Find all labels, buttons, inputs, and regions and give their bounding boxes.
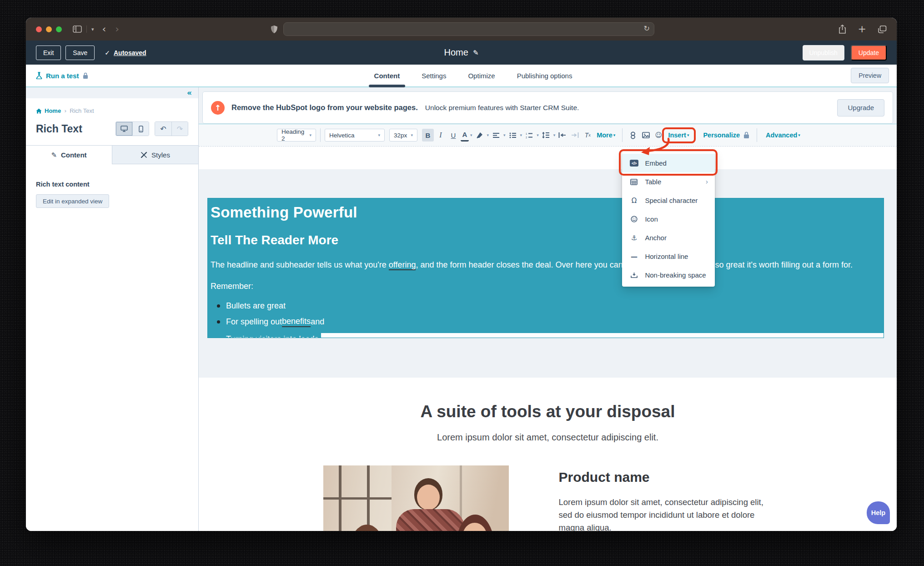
tab-optimize[interactable]: Optimize <box>468 65 495 86</box>
horizontal-line-icon: — <box>629 253 639 261</box>
module-paragraph[interactable]: The headline and subheader tells us what… <box>211 260 884 270</box>
undo-redo-group: ↶ ↷ <box>155 121 188 136</box>
left-sidebar: « Home › Rich Text Rich Text <box>26 87 199 531</box>
product-description[interactable]: Lorem ipsum dolor sit amet, consectetur … <box>559 496 773 531</box>
section-title[interactable]: A suite of tools at your disposal <box>199 402 897 421</box>
insert-dropdown[interactable]: Insert ▾ </> Embed <box>668 131 689 139</box>
module-heading[interactable]: Something Powerful <box>211 204 884 221</box>
tab-settings[interactable]: Settings <box>422 65 446 86</box>
address-bar[interactable]: ↻ <box>283 22 654 36</box>
new-tab-icon[interactable]: + <box>858 24 866 34</box>
line-spacing-icon <box>540 129 552 142</box>
menu-item-special-character[interactable]: Ω Special character <box>622 191 715 210</box>
section-subtitle[interactable]: Lorem ipsum dolor sit amet, consectetur … <box>199 432 897 443</box>
bullet-item[interactable]: For spelling out benefits and <box>211 317 884 327</box>
menu-item-horizontal-line[interactable]: — Horizontal line <box>622 247 715 266</box>
editor-main: ↑ Remove the HubSpot logo from your webs… <box>199 87 897 531</box>
preview-button[interactable]: Preview <box>851 68 889 83</box>
insert-button[interactable]: Insert ▾ <box>668 131 689 139</box>
edit-title-icon[interactable]: ✎ <box>473 49 479 57</box>
redo-button[interactable]: ↷ <box>171 122 188 136</box>
tab-overview-icon[interactable] <box>878 25 887 33</box>
menu-item-table-label: Table <box>645 178 661 186</box>
menu-item-icon[interactable]: Icon <box>622 210 715 228</box>
bold-button[interactable]: B <box>422 129 434 142</box>
mobile-view-button[interactable] <box>132 122 149 136</box>
back-icon[interactable]: ‹ <box>102 24 106 34</box>
bullet-text: Bullets are great <box>226 301 286 311</box>
emoji-icon[interactable]: ☺ <box>653 129 664 142</box>
bullet-item[interactable]: Bullets are great <box>211 301 884 311</box>
indent-button[interactable] <box>569 129 581 142</box>
page-preview-section: A suite of tools at your disposal Lorem … <box>199 378 897 531</box>
undo-button[interactable]: ↶ <box>155 122 171 136</box>
breadcrumb-home-link[interactable]: Home <box>36 107 61 114</box>
menu-item-non-breaking-space[interactable]: Non-breaking space <box>622 266 715 284</box>
upgrade-button[interactable]: Upgrade <box>837 99 884 116</box>
zoom-window-button[interactable] <box>56 26 62 32</box>
desktop-view-button[interactable] <box>116 122 132 136</box>
save-button[interactable]: Save <box>65 45 95 60</box>
product-name[interactable]: Product name <box>559 470 773 485</box>
tab-publishing-options[interactable]: Publishing options <box>517 65 572 86</box>
font-family-select[interactable]: Helvetica▾ <box>325 129 385 142</box>
outdent-button[interactable] <box>556 129 568 142</box>
sidebar-tab-content[interactable]: ✎ Content <box>26 146 112 164</box>
editor-tab-bar: Run a test Content Settings Optimize Pub… <box>26 65 897 87</box>
sidebar-toggle-icon[interactable] <box>73 25 82 33</box>
editor-spacer <box>199 147 897 169</box>
breadcrumb-home-label: Home <box>45 107 61 114</box>
run-a-test-link[interactable]: Run a test <box>36 72 88 80</box>
clear-formatting-t: T <box>585 131 589 139</box>
rich-text-toolbar: Heading 2▾ Helvetica▾ 32px▾ B I U A ▾ <box>199 124 897 147</box>
personalize-button[interactable]: Personalize <box>703 131 749 139</box>
close-window-button[interactable] <box>36 26 42 32</box>
highlight-color-button[interactable]: ▾ <box>473 129 489 142</box>
more-button[interactable]: More ▾ <box>597 131 615 139</box>
divider <box>86 25 87 33</box>
breadcrumb-separator: › <box>64 107 66 114</box>
help-button[interactable]: Help <box>867 501 890 524</box>
italic-button[interactable]: I <box>435 129 447 142</box>
chevron-down-icon: ▾ <box>470 133 472 137</box>
unpublish-button[interactable]: Unpublish <box>803 45 844 61</box>
underline-button[interactable]: U <box>447 129 459 142</box>
rich-text-module[interactable]: Something Powerful Tell The Reader More … <box>207 198 884 338</box>
edit-expanded-view-button[interactable]: Edit in expanded view <box>36 194 109 208</box>
bullet-text: For spelling out <box>226 317 282 327</box>
menu-item-embed-label: Embed <box>645 159 667 167</box>
menu-item-embed[interactable]: </> Embed <box>622 154 715 172</box>
advanced-button[interactable]: Advanced ▾ <box>766 131 800 139</box>
exit-button[interactable]: Exit <box>36 45 61 60</box>
line-spacing-button[interactable]: ▾ <box>540 129 556 142</box>
minimize-window-button[interactable] <box>46 26 52 32</box>
menu-item-table[interactable]: Table › <box>622 172 715 191</box>
numbered-list-button[interactable]: 12 ▾ <box>523 129 539 142</box>
paragraph-style-select[interactable]: Heading 2▾ <box>277 129 316 142</box>
tab-content[interactable]: Content <box>374 65 400 86</box>
link-icon[interactable] <box>627 129 639 142</box>
product-photo[interactable] <box>323 465 509 531</box>
forward-icon[interactable]: › <box>115 24 119 34</box>
image-icon[interactable] <box>640 129 652 142</box>
sidebar-tab-styles[interactable]: Styles <box>112 146 198 164</box>
sidebar-tabs: ✎ Content Styles <box>26 145 198 164</box>
module-remember[interactable]: Remember: <box>211 282 884 291</box>
chevron-down-icon[interactable]: ▾ <box>91 26 94 32</box>
align-button[interactable]: ▾ <box>490 129 506 142</box>
module-subheading[interactable]: Tell The Reader More <box>211 233 884 248</box>
bulleted-list-button[interactable]: ▾ <box>507 129 522 142</box>
font-color-button[interactable]: A ▾ <box>460 129 472 142</box>
update-button[interactable]: Update <box>851 45 887 61</box>
autosaved-status[interactable]: ✓ Autosaved <box>105 49 146 56</box>
menu-item-anchor[interactable]: ⚓ Anchor <box>622 228 715 247</box>
refresh-icon[interactable]: ↻ <box>644 24 650 33</box>
bullet-text: and <box>311 317 324 327</box>
collapse-sidebar-icon[interactable]: « <box>187 89 192 97</box>
font-size-select[interactable]: 32px▾ <box>389 129 417 142</box>
bullet-item[interactable]: Turning visitors into leads. <box>211 333 884 338</box>
clear-formatting-button[interactable]: Tx <box>582 129 593 142</box>
menu-item-icon-label: Icon <box>645 215 658 223</box>
share-icon[interactable] <box>839 25 846 34</box>
bullet-underlined-word: benefits <box>282 317 311 327</box>
